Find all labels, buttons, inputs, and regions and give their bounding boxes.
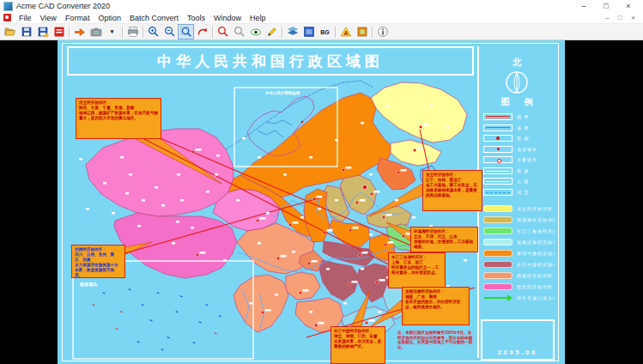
toolbar-print-button[interactable] [124,24,141,39]
legend-river-symbol [483,189,513,196]
toolbar-zoom-window-button[interactable] [178,24,194,39]
toolbar-bg-color-button[interactable]: BG [317,24,333,39]
callout-northeast: 东北经济协作区： 辽宁、吉林、黑龙江 老工业基地，重工业发达，石油煤炭森林资源丰… [422,170,482,211]
legend-color-swatch [483,228,513,234]
legend-rail-symbol [483,167,513,174]
callout-northwest: 西北经济协作区： 陕西、甘肃、宁夏、青海、新疆 地域辽阔，能源矿产资源丰富，石油… [76,98,161,139]
maximize-button[interactable]: □ [595,2,617,10]
legend-color-swatch [483,216,513,223]
date-box: 2005.06 [481,319,555,361]
toolbar-save-as-button[interactable] [34,24,51,39]
menu-bar: File View Format Option Batch Convert To… [0,12,643,24]
mdi-close-button[interactable]: × [627,14,640,21]
legend-area-item: 黄河中游经济协作区 [479,247,555,258]
legend-label: 长江中游经济协作区 [517,262,555,267]
menu-format[interactable]: Format [61,14,94,22]
menu-option[interactable]: Option [94,14,125,22]
drawing-viewport[interactable]: 中华人民共和国行政区域图 [58,40,565,364]
toolbar-save-button[interactable] [18,24,34,39]
legend-label: 环渤海经济协作区 [517,217,555,222]
legend-label: 西南经济协作区 [517,273,553,278]
legend-color-swatch [483,239,513,246]
menu-view[interactable]: View [36,14,61,22]
legend-national-symbol [483,113,513,120]
callout-bohai: 环渤海经济协作区： 北京、天津、河北、山东 首都所在地，交通便利，工业基础雄厚。 [410,227,478,252]
svg-text:A: A [343,30,348,36]
map-title: 中华人民共和国行政区域图 [157,52,384,71]
title-bar: Acme CAD Converter 2020 – □ × [0,0,643,12]
toolbar: ▾BGA [0,24,643,40]
legend-color-swatch [483,272,513,279]
mdi-minimize-button[interactable]: – [601,14,614,21]
toolbar-about-button[interactable] [374,24,391,39]
legend-color-swatch [483,205,513,212]
toolbar-separator [69,27,70,38]
toolbar-zoom-out-button[interactable] [161,24,178,39]
menu-tools[interactable]: Tools [183,14,209,22]
toolbar-zoom-all-button[interactable] [231,24,247,39]
legend-province-symbol [483,124,513,131]
legend-line-item: 主要城市 [479,155,555,166]
menu-window[interactable]: Window [209,14,246,22]
legend-label: 铁 路 [517,168,529,173]
window-title: Acme CAD Converter 2020 [16,2,110,10]
menu-help[interactable]: Help [246,14,270,22]
legend-color-swatch [483,261,513,268]
legend-area-item: 西南经济协作区 [479,270,555,281]
legend-area-item: 东南沿海经济协作区 [479,236,555,247]
toolbar-zoom-in-button[interactable] [145,24,161,39]
legend-area-item: 东北经济协作区 [479,203,555,214]
toolbar-capture-dropdown-button[interactable]: ▾ [104,24,120,39]
legend-area-item: 对外开放口岸方向 [479,292,555,303]
legend-label: 省会城市 [517,147,537,152]
legend-label: 长江三角洲经济协作区 [517,228,555,234]
toolbar-edit-button[interactable] [264,24,280,39]
toolbar-open-button[interactable] [2,24,18,39]
legend-line-item: 公 路 [479,176,555,187]
menu-batch-convert[interactable]: Batch Convert [125,14,183,22]
legend-capital-symbol [483,135,513,142]
toolbar-box-button[interactable] [354,24,370,39]
legend-provcap-symbol [483,146,513,153]
legend-label: 河 流 [517,190,529,195]
toolbar-capture-button[interactable] [88,24,104,39]
legend-area-item: 长江中游经济协作区 [479,258,555,270]
toolbar-background-button[interactable] [300,24,317,39]
sea-inset-label: 南海诸岛 [80,282,97,287]
legend-city-symbol [483,156,513,163]
menu-file[interactable]: File [15,14,36,22]
legend-label: 东北经济协作区 [517,206,553,211]
close-button[interactable]: × [617,2,640,10]
inset-map-label: 中华人民共和国全图 [265,91,300,95]
legend-line-item: 国 界 [479,112,555,123]
toolbar-separator [212,27,213,38]
legend-arrow-symbol [483,294,513,301]
toolbar-separator [282,27,282,38]
document-icon [3,14,11,21]
mdi-restore-button[interactable]: □ [614,14,627,21]
cad-canvas[interactable]: 中华人民共和国行政区域图 [0,40,643,364]
toolbar-separator [335,27,336,38]
toolbar-preview-button[interactable] [247,24,264,39]
legend-area-item: 环渤海经济协作区 [479,214,555,225]
legend-area-item: 长江三角洲经济协作区 [479,225,555,236]
legend-title: 图 例 [479,96,555,108]
toolbar-export-red-button[interactable] [51,24,67,39]
legend-color-swatch [483,283,513,290]
toolbar-find-button[interactable] [215,24,231,39]
legend-label: 省 界 [517,125,529,130]
toolbar-zoom-previous-button[interactable] [194,24,210,39]
legend-line-items: 国 界省 界首 都省会城市主要城市铁 路公 路河 流 [479,112,555,197]
minimize-button[interactable]: – [573,2,595,10]
legend-label: 公 路 [517,179,529,184]
toolbar-font-button[interactable]: A [337,24,354,39]
map-title-box: 中华人民共和国行政区域图 [67,46,474,76]
callout-yangtze-delta: 长江三角洲经济区： 上海、江苏、浙江 经济最发达的地区之一，工商业繁荣，对外贸易… [388,252,446,288]
compass-icon [504,70,530,95]
legend-line-item: 首 都 [479,133,555,144]
toolbar-convert-button[interactable] [71,24,88,39]
toolbar-layers-button[interactable] [284,24,300,39]
legend-label: 东南沿海经济协作区 [517,240,555,245]
legend-road-symbol [483,178,513,185]
app-icon [3,2,13,11]
